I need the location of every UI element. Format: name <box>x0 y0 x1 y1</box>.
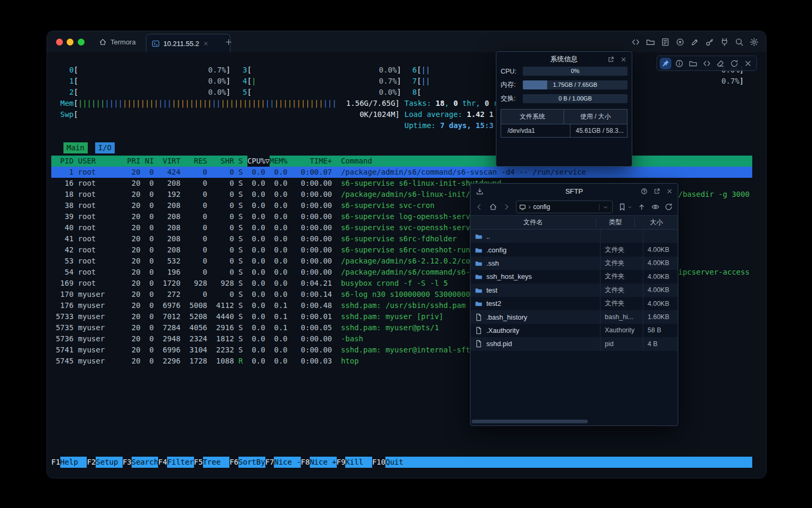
minimize-window-button[interactable] <box>67 39 73 46</box>
code-icon[interactable] <box>631 38 640 47</box>
path-dropdown-icon[interactable] <box>599 204 610 210</box>
fkey-kill[interactable]: F9Kill <box>337 457 372 468</box>
cpu-meter-1: 1[0.0%] <box>69 76 230 87</box>
search-icon[interactable] <box>735 38 744 47</box>
folder-icon <box>475 259 483 267</box>
help-icon[interactable] <box>641 188 648 195</box>
file-size: 1.60KB <box>643 310 678 323</box>
sort-column-cpu[interactable]: CPU%▽ <box>247 156 270 167</box>
port-icon[interactable] <box>720 38 729 47</box>
file-table-header[interactable]: 文件名类型大小 <box>470 215 678 230</box>
edit-icon[interactable] <box>690 38 699 47</box>
column-type[interactable]: 类型 <box>596 218 635 227</box>
system-info-title: 系统信息 <box>496 52 632 67</box>
key-icon[interactable] <box>705 38 714 47</box>
swap-meter-value: 0K/1024M <box>359 109 395 120</box>
parent-directory-icon[interactable] <box>638 203 646 211</box>
sftp-file-row[interactable]: ssh_host_keys文件夹4.00KB <box>470 270 678 283</box>
open-in-window-icon[interactable] <box>653 188 660 195</box>
close-panel-icon[interactable] <box>666 188 673 195</box>
swap-usage-row: 交换: 0 B / 1.00GB <box>496 94 632 103</box>
close-icon[interactable] <box>744 59 752 68</box>
eraser-icon[interactable] <box>716 59 725 68</box>
new-tab-button[interactable] <box>225 38 233 46</box>
memory-label: 内存: <box>501 80 523 89</box>
fkey-nice-up[interactable]: F8Nice + <box>301 457 336 468</box>
folder-icon <box>475 246 483 254</box>
cpu-meter-4: 4[|0.7%] <box>243 76 401 87</box>
fkey-search[interactable]: F3Search <box>123 457 158 468</box>
file-size: 4.00KB <box>643 257 678 270</box>
file-type: Xauthority <box>601 324 643 337</box>
folder-icon <box>475 300 483 307</box>
show-hidden-icon[interactable] <box>651 203 660 211</box>
swap-meter-label: Swp <box>60 109 73 120</box>
memory-usage-row: 内存: 1.75GB / 7.65GB <box>496 80 632 89</box>
sftp-file-row[interactable]: .XauthorityXauthority58 B <box>470 324 678 337</box>
process-row-1[interactable]: 1 root 20 0 424 0 0 S 0.0 0.0 0:00.07 /p… <box>51 167 752 178</box>
file-size: 58 B <box>643 324 678 337</box>
file-type <box>601 230 643 243</box>
column-name[interactable]: 文件名 <box>470 218 596 227</box>
filesystem-table-row: /dev/vda1 45.61GB / 58.3... <box>501 124 627 137</box>
open-in-window-icon[interactable] <box>607 56 614 63</box>
tab-home[interactable]: Termora <box>99 31 136 52</box>
sftp-file-row[interactable]: test文件夹4.00KB <box>470 284 678 297</box>
sftp-file-row[interactable]: sshd.pidpid4 B <box>470 337 678 350</box>
cpu-meter-3: 3[0.0%] <box>243 65 401 76</box>
pin-icon[interactable] <box>661 59 670 68</box>
cpu-meter-0: 0[0.7%] <box>69 65 230 76</box>
current-path: config <box>533 203 550 211</box>
fkey-nice-down[interactable]: F7Nice - <box>265 457 301 468</box>
tab-main[interactable]: Main <box>63 142 88 153</box>
home-dir-icon[interactable] <box>489 203 497 211</box>
folder-icon[interactable] <box>646 38 655 47</box>
close-window-button[interactable] <box>56 39 63 46</box>
forward-icon[interactable] <box>502 203 511 211</box>
fkey-filter[interactable]: F4Filter <box>158 457 193 468</box>
memory-meter-value: 1.56G/7.65G <box>346 98 395 109</box>
folder-icon[interactable] <box>689 59 697 68</box>
sftp-file-row[interactable]: .config文件夹4.00KB <box>470 243 678 256</box>
tab-session[interactable]: 10.211.55.2 <box>146 34 230 53</box>
log-icon[interactable] <box>661 38 670 47</box>
fkey-help[interactable]: F1Help <box>51 457 87 468</box>
process-table-header[interactable]: PID USER PRI NI VIRT RES SHR S CPU%▽MEM%… <box>51 156 752 167</box>
swap-usage-bar: 0 B / 1.00GB <box>523 94 628 103</box>
record-icon[interactable] <box>676 38 685 47</box>
sftp-toolbar: › config <box>470 198 678 215</box>
fkey-sortby[interactable]: F6SortBy <box>229 457 265 468</box>
tab-io[interactable]: I/O <box>95 142 115 153</box>
info-icon[interactable] <box>675 59 684 68</box>
transfers-icon[interactable] <box>476 187 484 195</box>
memory-meter: Mem[||||||||||||||||||||||||||||||||||||… <box>60 98 400 109</box>
sftp-file-row[interactable]: .ssh文件夹4.00KB <box>470 257 678 270</box>
path-breadcrumb[interactable]: › config <box>516 201 613 213</box>
file-type: 文件夹 <box>601 284 643 297</box>
file-type: 文件夹 <box>601 243 643 256</box>
file-type: 文件夹 <box>601 297 643 310</box>
home-icon <box>99 38 107 46</box>
panel-title: SFTP <box>565 187 583 195</box>
bookmark-button[interactable] <box>618 203 632 211</box>
cpu-label: CPU: <box>501 68 523 75</box>
horizontal-scrollbar[interactable] <box>472 420 588 423</box>
sftp-file-row[interactable]: .. <box>470 230 678 243</box>
file-name: test <box>486 286 497 294</box>
refresh-icon[interactable] <box>665 203 673 211</box>
header-columns-left: PID USER PRI NI VIRT RES SHR S <box>51 156 247 167</box>
fkey-setup[interactable]: F2Setup <box>87 457 122 468</box>
sftp-file-row[interactable]: test2文件夹4.00KB <box>470 297 678 310</box>
close-panel-icon[interactable] <box>620 56 627 63</box>
fkey-tree[interactable]: F5Tree <box>194 457 229 468</box>
code-icon[interactable] <box>703 59 711 68</box>
sftp-file-row[interactable]: .bash_historybash_hi...1.60KB <box>470 310 678 323</box>
back-icon[interactable] <box>475 203 484 211</box>
tab-close-icon[interactable] <box>203 41 209 47</box>
settings-icon[interactable] <box>750 38 759 47</box>
column-size[interactable]: 大小 <box>635 218 678 227</box>
fkey-quit[interactable]: F10Quit <box>372 457 412 468</box>
refresh-icon[interactable] <box>730 59 739 68</box>
zoom-window-button[interactable] <box>78 39 85 46</box>
panel-title: 系统信息 <box>550 55 578 64</box>
